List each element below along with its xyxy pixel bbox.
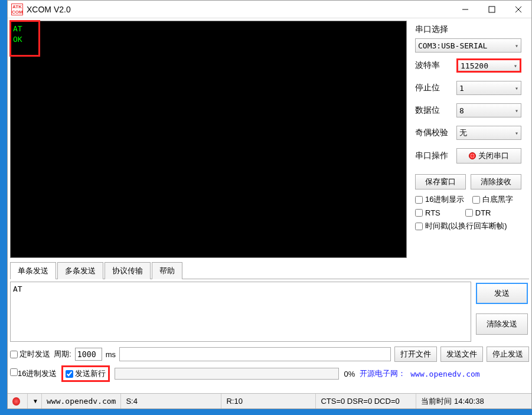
window-title: XCOM V2.0 [27, 5, 452, 14]
rts-checkbox[interactable]: RTS [415, 208, 440, 217]
port-value: COM3:USB-SERIAL [418, 41, 487, 50]
send-newline-checkbox[interactable]: 发送新行 [61, 365, 110, 382]
statusbar: ▼ www.openedv.com S:4 R:10 CTS=0 DSR=0 D… [8, 393, 531, 409]
terminal-line: OK [13, 34, 404, 45]
chevron-down-icon: ▾ [515, 107, 518, 114]
status-sent: S:4 [121, 394, 221, 409]
parity-select[interactable]: 无 ▾ [456, 126, 521, 140]
hex-display-checkbox[interactable]: 16进制显示 [415, 194, 464, 205]
record-icon [469, 152, 476, 159]
timestamp-checkbox[interactable]: 时间戳(以换行回车断帧) [415, 221, 507, 231]
clear-recv-button[interactable]: 清除接收 [471, 174, 521, 189]
white-bg-checkbox[interactable]: 白底黑字 [472, 194, 513, 205]
chevron-down-icon: ▾ [515, 85, 518, 92]
tab-help[interactable]: 帮助 [152, 262, 182, 279]
stop-send-button[interactable]: 停止发送 [487, 347, 529, 362]
stopbits-value: 1 [459, 84, 464, 93]
link-prefix: 开源电子网： [360, 368, 406, 379]
serial-config-panel: 串口选择 COM3:USB-SERIAL ▾ 波特率 115200 ▾ 停止位 … [407, 18, 528, 258]
svg-rect-1 [489, 6, 495, 12]
period-input[interactable] [75, 348, 102, 361]
progress-bar [115, 368, 339, 380]
tab-protocol[interactable]: 协议传输 [105, 262, 151, 279]
op-label: 串口操作 [415, 151, 456, 161]
maximize-button[interactable] [478, 1, 505, 18]
send-input[interactable] [10, 282, 471, 342]
terminal-line: AT [13, 24, 404, 34]
status-time: 当前时间 14:40:38 [416, 394, 531, 409]
dtr-checkbox[interactable]: DTR [465, 208, 491, 217]
databits-select[interactable]: 8 ▾ [456, 103, 521, 117]
chevron-down-icon: ▾ [515, 130, 518, 136]
port-select[interactable]: COM3:USB-SERIAL ▾ [415, 38, 521, 53]
send-button[interactable]: 发送 [476, 283, 528, 304]
status-recv: R:10 [221, 394, 316, 409]
op-button-label: 关闭串口 [478, 151, 509, 161]
baud-value: 115200 [461, 61, 488, 70]
baud-select[interactable]: 115200 ▾ [456, 58, 521, 73]
tab-single-send[interactable]: 单条发送 [10, 262, 56, 279]
titlebar: ATK COM XCOM V2.0 [8, 1, 531, 18]
status-url[interactable]: www.openedv.com [42, 394, 121, 409]
timed-send-checkbox[interactable]: 定时发送 [10, 349, 50, 360]
parity-value: 无 [459, 128, 467, 138]
stopbits-label: 停止位 [415, 83, 456, 93]
baud-label: 波特率 [415, 60, 456, 71]
open-file-button[interactable]: 打开文件 [394, 347, 437, 362]
progress-percent: 0% [344, 370, 355, 378]
chevron-down-icon: ▾ [514, 63, 517, 69]
databits-value: 8 [459, 106, 464, 115]
link-url[interactable]: www.openedv.com [410, 370, 479, 378]
app-logo: ATK COM [11, 4, 23, 15]
chevron-down-icon: ▾ [515, 43, 518, 49]
minimize-button[interactable] [452, 1, 478, 18]
status-signals: CTS=0 DSR=0 DCD=0 [316, 394, 416, 409]
clear-send-button[interactable]: 清除发送 [476, 313, 528, 335]
save-window-button[interactable]: 保存窗口 [415, 174, 466, 189]
serial-section-label: 串口选择 [415, 24, 522, 35]
dropdown-icon[interactable]: ▼ [32, 398, 38, 404]
terminal-output[interactable]: AT OK [10, 21, 407, 258]
databits-label: 数据位 [415, 105, 456, 116]
tab-strip: 单条发送 多条发送 协议传输 帮助 [10, 262, 529, 279]
hex-send-checkbox[interactable]: 16进制发送 [10, 368, 57, 379]
tab-multi-send[interactable]: 多条发送 [57, 262, 103, 279]
file-path-input[interactable] [119, 347, 391, 361]
period-unit: ms [106, 350, 116, 359]
send-file-button[interactable]: 发送文件 [440, 347, 483, 362]
close-button[interactable] [505, 1, 531, 18]
period-label: 周期: [54, 349, 71, 360]
stopbits-select[interactable]: 1 ▾ [456, 81, 521, 95]
parity-label: 奇偶校验 [415, 128, 456, 138]
status-dot-icon [12, 397, 20, 406]
close-port-button[interactable]: 关闭串口 [456, 148, 521, 164]
